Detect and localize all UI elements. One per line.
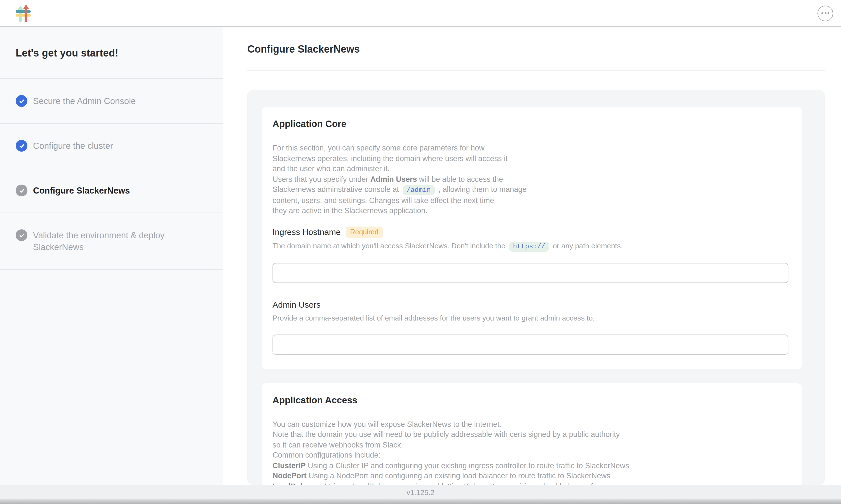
application-access-card: Application Access You can customize how… [262,383,802,485]
step-label: Secure the Admin Console [33,95,136,107]
field-help-text: Provide a comma-separated list of email … [272,313,788,323]
step-label: Configure SlackerNews [33,185,130,196]
ingress-hostname-input[interactable] [272,263,788,283]
field-ingress-hostname: Ingress Hostname Required The domain nam… [272,226,788,283]
ellipsis-dot [827,12,829,14]
title-divider [247,70,825,71]
layout: Let's get you started! Secure the Admin … [0,27,841,503]
sidebar-title: Let's get you started! [0,27,223,79]
step-label: Validate the environment & deploy Slacke… [33,229,207,253]
setup-sidebar: Let's get you started! Secure the Admin … [0,27,223,503]
section-heading: Application Access [272,395,788,405]
ellipsis-dot [824,12,826,14]
field-label-row: Ingress Hostname Required [272,226,788,237]
version-label: v1.125.2 [407,488,434,499]
check-circle-icon [16,95,28,107]
section-heading: Application Core [272,119,788,129]
app-window: Let's get you started! Secure the Admin … [0,0,841,504]
sidebar-step-validate-deploy[interactable]: Validate the environment & deploy Slacke… [0,213,223,270]
field-admin-users: Admin Users Provide a comma-separated li… [272,300,788,354]
footer: v1.125.2 [0,485,841,499]
field-label: Admin Users [272,300,321,310]
slackernews-logo-icon [16,4,31,22]
bold-text: ClusterIP [272,461,306,470]
config-panel: Application Core For this section, you c… [247,90,825,485]
check-circle-icon [16,185,28,196]
bold-text: LoadBalancer [272,482,323,485]
check-circle-icon [16,140,28,151]
code-chip: /admin [402,185,434,195]
sidebar-step-secure-admin-console[interactable]: Secure the Admin Console [0,79,223,124]
section-description: You can customize how you will expose Sl… [272,419,788,485]
field-label: Ingress Hostname [272,227,340,237]
section-description: For this section, you can specify some c… [272,143,788,216]
window-bottom-edge [0,499,841,504]
field-label-row: Admin Users [272,300,788,310]
required-badge: Required [345,226,383,237]
page-title: Configure SlackerNews [247,43,825,55]
code-chip: https:// [509,241,549,251]
bold-text: Admin Users [371,175,417,183]
bold-text: NodePort [272,471,307,480]
field-help-text: The domain name at which you'll access S… [272,241,788,251]
ellipsis-menu-button[interactable] [818,5,833,21]
main-content: Configure SlackerNews Application Core F… [223,27,841,503]
step-label: Configure the cluster [33,140,113,151]
admin-users-input[interactable] [272,334,788,354]
ellipsis-dot [821,12,823,14]
sidebar-step-configure-slackernews[interactable]: Configure SlackerNews [0,168,223,213]
application-core-card: Application Core For this section, you c… [262,107,802,369]
check-circle-icon [16,229,28,241]
sidebar-step-configure-cluster[interactable]: Configure the cluster [0,124,223,168]
topbar [0,0,841,27]
